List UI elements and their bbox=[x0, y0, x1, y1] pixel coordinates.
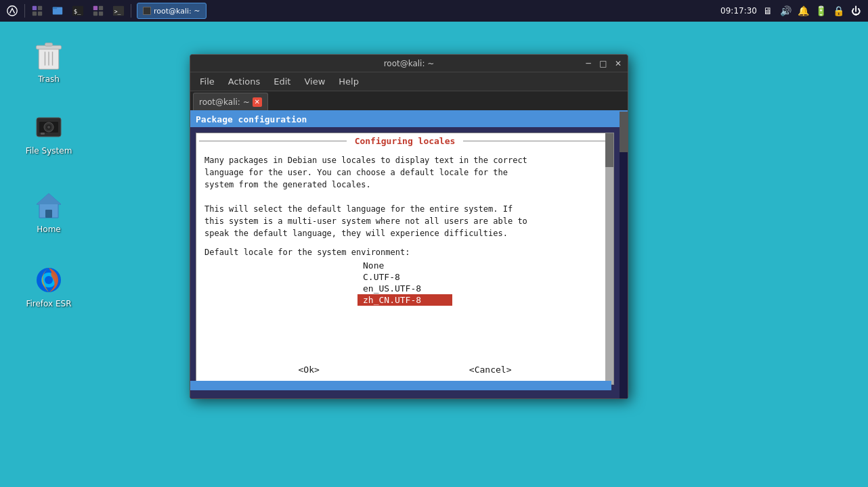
home-icon bbox=[32, 189, 65, 222]
description-para2: This will select the default language fo… bbox=[204, 204, 527, 238]
svg-rect-26 bbox=[41, 133, 45, 135]
taskbar-right: 09:17:30 🖥 🔊 🔔 🔋 🔒 ⏻ bbox=[720, 4, 868, 18]
locale-zhcn-utf8[interactable]: zh_CN.UTF-8 bbox=[357, 294, 452, 306]
svg-rect-2 bbox=[38, 6, 42, 10]
files-icon[interactable] bbox=[48, 1, 67, 20]
workspace-2-icon[interactable] bbox=[89, 1, 108, 20]
firefox-label: Firefox ESR bbox=[26, 299, 71, 308]
terminal-small-icon[interactable]: $_ bbox=[68, 1, 87, 20]
terminal-menubar: File Actions Edit View Help bbox=[190, 72, 628, 91]
active-window-button[interactable]: root@kali: ~ bbox=[137, 3, 207, 19]
tab-label: root@kali: ~ bbox=[199, 97, 250, 107]
close-button[interactable]: ✕ bbox=[611, 57, 625, 70]
edit-menu[interactable]: Edit bbox=[267, 74, 297, 89]
svg-text:$_: $_ bbox=[74, 8, 81, 15]
kali-logo-icon[interactable] bbox=[3, 1, 22, 20]
package-config-dialog: Package configuration Configuring locale… bbox=[190, 112, 620, 390]
lock-icon[interactable]: 🔒 bbox=[831, 4, 845, 18]
active-window-label: root@kali: ~ bbox=[154, 7, 200, 16]
trash-label: Trash bbox=[38, 74, 60, 84]
svg-rect-3 bbox=[32, 11, 37, 16]
terminal-large-icon[interactable]: >_ bbox=[109, 1, 128, 20]
filesystem-desktop-icon[interactable]: File System bbox=[22, 108, 76, 158]
taskbar-sep-2 bbox=[131, 4, 131, 18]
view-menu[interactable]: View bbox=[297, 74, 332, 89]
firefox-desktop-icon[interactable]: Firefox ESR bbox=[22, 261, 76, 311]
dialog-description: Many packages in Debian use locales to d… bbox=[196, 149, 613, 245]
locale-none[interactable]: None bbox=[357, 260, 452, 271]
clock-display: 09:17:30 bbox=[720, 6, 757, 16]
locale-label: Default locale for the system environmen… bbox=[204, 248, 410, 257]
svg-rect-6 bbox=[53, 7, 57, 9]
workspace-1-icon[interactable] bbox=[28, 1, 47, 20]
window-controls: ─ □ ✕ bbox=[582, 55, 625, 72]
terminal-tab-1[interactable]: root@kali: ~ ✕ bbox=[193, 93, 268, 110]
scrollbar-thumb[interactable] bbox=[605, 133, 613, 167]
svg-point-25 bbox=[47, 126, 50, 129]
firefox-icon bbox=[32, 264, 65, 296]
svg-rect-12 bbox=[99, 11, 103, 16]
locale-enus-utf8[interactable]: en_US.UTF-8 bbox=[357, 283, 452, 294]
taskbar-left: $_ >_ root@kali: ~ bbox=[0, 1, 207, 20]
notifications-icon[interactable]: 🔔 bbox=[796, 4, 810, 18]
actions-menu[interactable]: Actions bbox=[221, 74, 267, 89]
svg-rect-28 bbox=[45, 210, 52, 218]
title-line-right bbox=[463, 141, 611, 141]
taskbar: $_ >_ root@kali: ~ 09:17:30 🖥 🔊 🔔 🔋 🔒 ⏻ bbox=[0, 0, 868, 22]
terminal-content: Package configuration Configuring locale… bbox=[190, 112, 628, 398]
locale-section: Default locale for the system environmen… bbox=[196, 245, 613, 311]
svg-rect-1 bbox=[32, 6, 37, 10]
dialog-title-bar: Configuring locales bbox=[196, 133, 613, 149]
tab-close-button[interactable]: ✕ bbox=[253, 97, 262, 107]
cancel-button[interactable]: <Cancel> bbox=[464, 363, 517, 376]
terminal-scrollbar-thumb[interactable] bbox=[620, 112, 628, 152]
terminal-window: root@kali: ~ ─ □ ✕ File Actions Edit Vie… bbox=[190, 54, 628, 399]
help-menu[interactable]: Help bbox=[332, 74, 366, 89]
pkg-config-body: Configuring locales Many packages in Deb… bbox=[196, 133, 614, 385]
filesystem-icon bbox=[32, 111, 65, 143]
home-desktop-icon[interactable]: Home bbox=[22, 187, 76, 237]
svg-rect-11 bbox=[93, 11, 97, 16]
power-icon[interactable]: ⏻ bbox=[849, 4, 863, 18]
locale-list: None C.UTF-8 en_US.UTF-8 zh_CN.UTF-8 bbox=[204, 260, 605, 306]
title-line-left bbox=[199, 141, 347, 141]
screen-icon[interactable]: 🖥 bbox=[761, 4, 775, 18]
dialog-scrollbar[interactable] bbox=[605, 133, 613, 384]
pkg-config-header: Package configuration bbox=[190, 112, 620, 127]
terminal-title: root@kali: ~ bbox=[384, 59, 435, 68]
dialog-title-text: Configuring locales bbox=[355, 136, 456, 146]
svg-text:>_: >_ bbox=[114, 8, 121, 15]
svg-rect-9 bbox=[93, 6, 97, 10]
file-menu[interactable]: File bbox=[193, 74, 221, 89]
terminal-titlebar: root@kali: ~ ─ □ ✕ bbox=[190, 55, 628, 72]
battery-icon[interactable]: 🔋 bbox=[814, 4, 827, 18]
trash-icon bbox=[32, 39, 65, 72]
filesystem-label: File System bbox=[26, 146, 72, 156]
bottom-bar bbox=[190, 381, 611, 390]
taskbar-sep-1 bbox=[24, 4, 25, 18]
dialog-buttons: <Ok> <Cancel> bbox=[196, 355, 613, 384]
terminal-scrollbar[interactable] bbox=[620, 112, 628, 398]
ok-button[interactable]: <Ok> bbox=[293, 363, 325, 376]
svg-rect-10 bbox=[99, 6, 103, 10]
svg-rect-4 bbox=[38, 11, 42, 16]
minimize-button[interactable]: ─ bbox=[582, 57, 595, 70]
window-terminal-icon bbox=[143, 7, 151, 15]
terminal-tabs: root@kali: ~ ✕ bbox=[190, 91, 628, 112]
home-label: Home bbox=[37, 225, 60, 234]
description-para1: Many packages in Debian use locales to d… bbox=[204, 156, 527, 189]
volume-icon[interactable]: 🔊 bbox=[779, 4, 792, 18]
svg-point-32 bbox=[45, 276, 53, 284]
trash-desktop-icon[interactable]: Trash bbox=[22, 37, 76, 87]
svg-marker-29 bbox=[37, 193, 61, 204]
maximize-button[interactable]: □ bbox=[596, 57, 610, 70]
svg-rect-17 bbox=[45, 43, 52, 47]
locale-c-utf8[interactable]: C.UTF-8 bbox=[357, 271, 452, 283]
